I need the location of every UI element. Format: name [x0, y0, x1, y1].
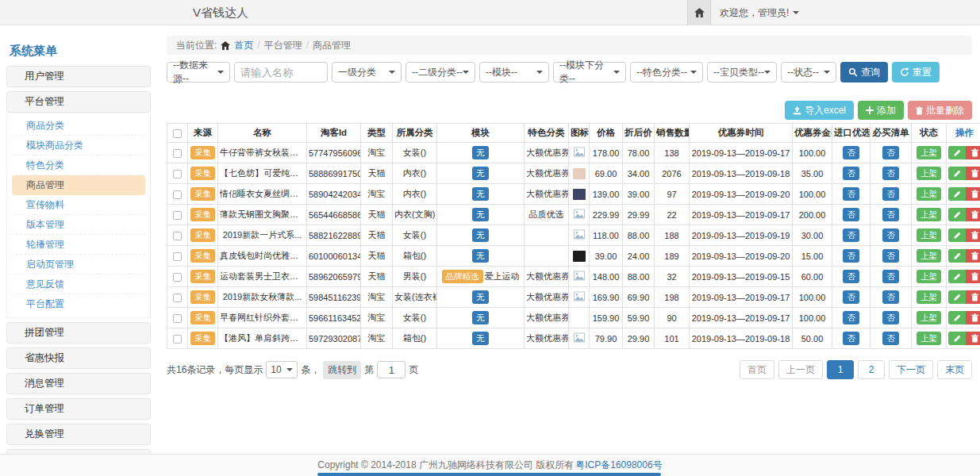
search-button[interactable]: 查询: [840, 62, 888, 83]
row-checkbox[interactable]: [173, 190, 182, 199]
import-select-badge[interactable]: 否: [843, 249, 859, 263]
must-buy-badge[interactable]: 否: [882, 146, 899, 159]
status-badge[interactable]: 上架: [917, 332, 941, 345]
batch-delete-button[interactable]: 批量删除: [908, 101, 972, 120]
row-checkbox[interactable]: [173, 314, 182, 323]
pagination-last[interactable]: 末页: [937, 360, 972, 379]
import-select-badge[interactable]: 否: [843, 228, 859, 242]
delete-button[interactable]: [966, 311, 980, 324]
pagination-page-1[interactable]: 1: [827, 360, 854, 379]
pagination-page-2[interactable]: 2: [858, 360, 885, 379]
breadcrumb-home-link[interactable]: 首页: [234, 39, 253, 52]
delete-button[interactable]: [966, 187, 980, 201]
module-badge[interactable]: 无: [472, 311, 489, 324]
row-checkbox[interactable]: [173, 294, 182, 302]
sidebar-section-express-news[interactable]: 省惠快报: [6, 347, 151, 369]
filter-select-module-subcategory[interactable]: --模块下分类--: [553, 62, 626, 83]
edit-button[interactable]: [948, 311, 966, 324]
pagination-next[interactable]: 下一页: [889, 360, 933, 379]
select-all-checkbox[interactable]: [173, 129, 182, 138]
sidebar-item-platform-config[interactable]: 平台配置: [12, 294, 145, 314]
horizontal-scrollbar-thumb[interactable]: [317, 473, 661, 476]
edit-button[interactable]: [948, 249, 966, 263]
edit-button[interactable]: [948, 228, 966, 242]
module-badge[interactable]: 无: [472, 332, 489, 345]
row-checkbox[interactable]: [173, 211, 182, 220]
import-select-badge[interactable]: 否: [843, 208, 859, 221]
filter-select-item-type[interactable]: --宝贝类型--: [707, 62, 777, 83]
status-badge[interactable]: 上架: [917, 311, 941, 324]
page-size-select[interactable]: 10: [266, 361, 298, 378]
icp-link[interactable]: 粤ICP备16098006号: [575, 459, 662, 472]
row-checkbox[interactable]: [173, 273, 182, 282]
must-buy-badge[interactable]: 否: [882, 167, 899, 180]
module-badge[interactable]: 无: [472, 167, 489, 180]
edit-button[interactable]: [948, 167, 966, 180]
must-buy-badge[interactable]: 否: [882, 187, 899, 201]
sidebar-item-goods-category[interactable]: 商品分类: [12, 116, 145, 136]
sidebar-item-feature-category[interactable]: 特色分类: [12, 155, 145, 175]
jump-page-input[interactable]: [377, 361, 405, 378]
filter-select-status[interactable]: --状态--: [781, 62, 836, 83]
edit-button[interactable]: [948, 270, 966, 283]
sidebar-item-module-goods-category[interactable]: 模块商品分类: [12, 136, 145, 155]
sidebar-item-feedback[interactable]: 意见反馈: [12, 274, 145, 294]
sidebar-section-users[interactable]: 用户管理: [6, 66, 151, 87]
sidebar-item-carousel-management[interactable]: 轮播管理: [12, 235, 145, 255]
status-badge[interactable]: 上架: [917, 228, 941, 242]
user-menu[interactable]: 欢迎您，管理员!: [720, 0, 799, 25]
row-checkbox[interactable]: [173, 149, 182, 158]
sidebar-item-splash-management[interactable]: 启动页管理: [12, 255, 145, 274]
delete-button[interactable]: [966, 208, 980, 221]
reset-button[interactable]: 重置: [892, 62, 940, 83]
import-select-badge[interactable]: 否: [843, 311, 859, 324]
row-checkbox[interactable]: [173, 170, 182, 178]
must-buy-badge[interactable]: 否: [882, 332, 899, 345]
delete-button[interactable]: [966, 332, 980, 345]
module-badge[interactable]: 无: [472, 228, 489, 242]
filter-input-name[interactable]: [234, 62, 328, 83]
add-button[interactable]: 添加: [858, 101, 904, 120]
sidebar-section-platform[interactable]: 平台管理: [6, 91, 151, 113]
sidebar-item-goods-management[interactable]: 商品管理: [12, 175, 145, 195]
edit-button[interactable]: [948, 187, 966, 201]
must-buy-badge[interactable]: 否: [882, 228, 899, 242]
must-buy-badge[interactable]: 否: [882, 249, 899, 263]
import-select-badge[interactable]: 否: [843, 187, 859, 201]
must-buy-badge[interactable]: 否: [882, 208, 899, 221]
must-buy-badge[interactable]: 否: [882, 270, 899, 283]
delete-button[interactable]: [966, 290, 980, 304]
import-excel-button[interactable]: 导入excel: [785, 101, 854, 120]
delete-button[interactable]: [966, 146, 980, 159]
status-badge[interactable]: 上架: [917, 290, 941, 304]
module-badge[interactable]: 无: [472, 208, 489, 221]
status-badge[interactable]: 上架: [917, 208, 941, 221]
sidebar-section-group-buy[interactable]: 拼团管理: [6, 322, 151, 344]
delete-button[interactable]: [966, 249, 980, 263]
edit-button[interactable]: [948, 208, 966, 221]
filter-select-data-source[interactable]: --数据来源--: [167, 62, 230, 83]
sidebar-section-exchange[interactable]: 兑换管理: [6, 424, 151, 445]
import-select-badge[interactable]: 否: [843, 332, 859, 345]
module-badge[interactable]: 无: [472, 187, 489, 201]
row-checkbox[interactable]: [173, 232, 182, 240]
import-select-badge[interactable]: 否: [843, 270, 859, 283]
must-buy-badge[interactable]: 否: [882, 290, 899, 304]
delete-button[interactable]: [966, 167, 980, 180]
status-badge[interactable]: 上架: [917, 187, 941, 201]
status-badge[interactable]: 上架: [917, 146, 941, 159]
import-select-badge[interactable]: 否: [843, 146, 859, 159]
pagination-first[interactable]: 首页: [740, 360, 774, 379]
module-badge[interactable]: 无: [472, 249, 489, 263]
filter-select-feature-category[interactable]: --特色分类--: [630, 62, 703, 83]
filter-select-level1-category[interactable]: 一级分类: [332, 62, 402, 83]
filter-select-level2-category[interactable]: --二级分类--: [405, 62, 475, 83]
status-badge[interactable]: 上架: [917, 249, 941, 263]
module-badge[interactable]: 品牌精选: [442, 270, 483, 283]
sidebar-item-version-management[interactable]: 版本管理: [12, 215, 145, 235]
home-button[interactable]: [687, 0, 711, 25]
status-badge[interactable]: 上架: [917, 270, 941, 283]
edit-button[interactable]: [948, 332, 966, 345]
status-badge[interactable]: 上架: [917, 167, 941, 180]
edit-button[interactable]: [948, 290, 966, 304]
